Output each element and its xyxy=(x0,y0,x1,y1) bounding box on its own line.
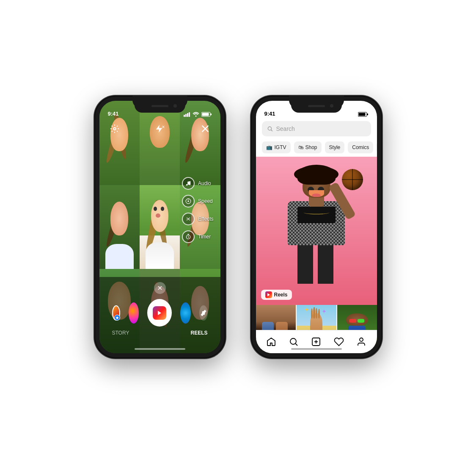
thumbnail-avatar[interactable] xyxy=(112,305,121,321)
search-bar[interactable]: Search xyxy=(262,121,371,136)
status-icons-2 xyxy=(340,112,369,117)
chip-comics[interactable]: Comics xyxy=(348,141,373,153)
nav-search-button[interactable] xyxy=(285,333,302,350)
reels-badge: Reels xyxy=(261,290,292,300)
camera-bottom: STORY REELS xyxy=(99,277,220,353)
svg-rect-7 xyxy=(210,114,212,115)
chip-style-label: Style xyxy=(329,144,341,150)
nav-profile-button[interactable] xyxy=(353,333,370,350)
phone2-screen: 9:41 xyxy=(256,101,377,353)
svg-point-35 xyxy=(290,338,296,344)
status-icons xyxy=(184,112,212,117)
blue-gem-effect-button[interactable] xyxy=(180,302,190,324)
svg-point-17 xyxy=(189,218,190,219)
effects-label: Effects xyxy=(198,216,213,222)
story-tab[interactable]: STORY xyxy=(112,330,129,336)
search-icon xyxy=(267,126,273,132)
search-placeholder: Search xyxy=(276,125,295,132)
capture-button[interactable] xyxy=(147,299,172,327)
explore-content: Reels xyxy=(256,157,377,353)
svg-point-13 xyxy=(187,200,189,202)
svg-line-33 xyxy=(271,130,272,131)
svg-rect-6 xyxy=(202,113,209,116)
audio-menu-item[interactable]: Audio xyxy=(182,177,213,190)
status-time-2: 9:41 xyxy=(264,111,275,117)
svg-rect-0 xyxy=(184,115,185,117)
svg-point-15 xyxy=(187,218,189,220)
settings-icon[interactable] xyxy=(108,122,121,136)
svg-marker-34 xyxy=(267,293,270,296)
svg-rect-30 xyxy=(358,113,365,116)
svg-rect-26 xyxy=(344,113,345,117)
right-menu: Audio Speed xyxy=(182,177,213,243)
reels-label: Reels xyxy=(274,292,288,298)
phone1: 9:41 xyxy=(94,96,226,358)
svg-point-40 xyxy=(360,338,363,341)
svg-point-16 xyxy=(187,218,187,219)
speed-menu-item[interactable]: Speed xyxy=(182,195,213,208)
audio-label: Audio xyxy=(198,180,211,186)
status-time: 9:41 xyxy=(108,111,119,117)
nav-create-button[interactable] xyxy=(308,333,325,350)
cancel-effect-button[interactable] xyxy=(154,282,166,294)
svg-rect-2 xyxy=(187,113,188,117)
sparkle-effect-button[interactable] xyxy=(129,302,139,324)
category-chips: 📺 IGTV 🛍 Shop Style Comics TV & Movie xyxy=(256,140,377,155)
svg-point-32 xyxy=(268,127,271,130)
nav-activity-button[interactable] xyxy=(330,333,347,350)
chip-igtv[interactable]: 📺 IGTV xyxy=(262,141,291,153)
close-icon[interactable] xyxy=(198,122,212,136)
chip-igtv-label: IGTV xyxy=(275,144,286,150)
svg-rect-3 xyxy=(189,112,190,117)
nav-home-button[interactable] xyxy=(263,333,280,350)
svg-line-36 xyxy=(296,344,298,346)
chip-style[interactable]: Style xyxy=(325,141,345,153)
svg-marker-23 xyxy=(158,310,161,315)
chip-shop-label: Shop xyxy=(305,144,317,150)
svg-point-28 xyxy=(352,116,353,117)
svg-point-19 xyxy=(189,219,190,220)
svg-rect-25 xyxy=(342,114,343,117)
reels-tab[interactable]: REELS xyxy=(190,330,207,336)
phone2: 9:41 xyxy=(251,96,382,358)
flash-off-icon[interactable]: × xyxy=(153,122,167,136)
svg-rect-31 xyxy=(367,114,368,115)
flip-camera-button[interactable] xyxy=(199,305,208,321)
timer-label: Timer xyxy=(198,234,211,240)
chip-comics-label: Comics xyxy=(352,144,369,150)
effects-menu-item[interactable]: Effects xyxy=(182,213,213,225)
camera-top-icons: × xyxy=(99,122,220,136)
chip-shop[interactable]: 🛍 Shop xyxy=(294,141,322,153)
phone1-screen: 9:41 xyxy=(99,101,220,353)
featured-reel: Reels xyxy=(256,157,377,305)
speed-label: Speed xyxy=(198,198,213,204)
svg-point-4 xyxy=(195,116,196,117)
svg-point-18 xyxy=(187,219,187,220)
svg-rect-27 xyxy=(345,112,347,117)
phones-container: 9:41 xyxy=(94,96,382,358)
timer-menu-item[interactable]: Timer xyxy=(182,230,213,243)
svg-rect-1 xyxy=(185,114,187,117)
svg-rect-24 xyxy=(340,115,341,117)
svg-point-8 xyxy=(113,127,116,130)
